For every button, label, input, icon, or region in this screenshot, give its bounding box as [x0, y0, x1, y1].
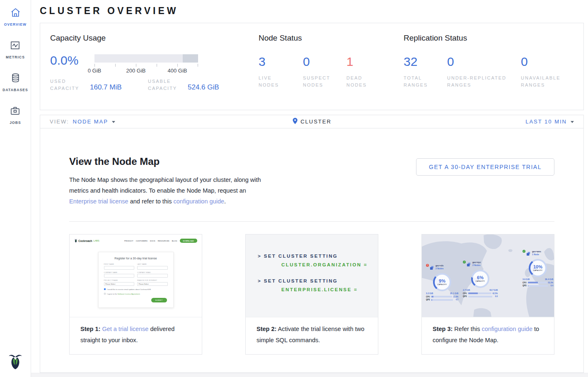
stat-suspect-nodes: 0 SUSPECT NODES [303, 56, 346, 89]
cluster-summary-card: Capacity Usage 0.0% 0 GiB [40, 23, 584, 110]
panel-heading: View the Node Map [69, 156, 262, 167]
home-icon [10, 7, 21, 20]
download-pill: DOWNLOAD [180, 239, 197, 243]
sidebar-item-databases[interactable]: DATABASES [2, 72, 28, 98]
sidebar-item-metrics[interactable]: METRICS [6, 40, 25, 65]
time-range-value: LAST 10 MIN [525, 118, 567, 125]
status-dot-healthy: ✓ [523, 250, 525, 253]
trial-register-form: Register for a 30-day trial license FIRS… [98, 252, 174, 308]
axis-label: 0 GiB [88, 68, 102, 74]
step3-card: ! geo=sfo 2 Nodes 9% CAPACITY [421, 234, 554, 355]
region-node-count: 2 Nodes [436, 267, 443, 270]
node-cubes-icon [526, 250, 531, 258]
metrics-icon [10, 40, 21, 53]
time-range-dropdown[interactable]: LAST 10 MIN [525, 118, 574, 125]
cpu-bar [468, 292, 491, 294]
view-selector-dropdown[interactable]: VIEW: NODE MAP [50, 118, 115, 125]
checkbox-checked [104, 288, 106, 290]
stat-value: 0 [521, 56, 574, 68]
region-name: geo=sfo [436, 264, 443, 267]
code-line: > SET CLUSTER SETTING [258, 254, 378, 259]
get-trial-license-link[interactable]: Get a trial license [102, 326, 148, 332]
section-title: Capacity Usage [50, 34, 259, 43]
sidebar-item-jobs[interactable]: JOBS [10, 105, 21, 131]
stat-value: 1 [346, 56, 382, 68]
site-nav: PRODUCTCUSTOMERSDOCSRESOURCESBLOG DOWNLO… [124, 239, 197, 243]
configuration-guide-link[interactable]: configuration guide [173, 198, 224, 205]
sidebar-item-label: DATABASES [2, 88, 28, 92]
map-region-ams: ✓ geo=ams 1 Node 10% CAPACITY [523, 250, 553, 287]
capacity-percent: 0.0% [50, 54, 94, 67]
panel-description: The Node Map shows the geographical layo… [69, 174, 262, 207]
capacity-gauge: 9% CAPACITY [433, 273, 451, 291]
submit-pill: SUBMIT [151, 298, 167, 302]
stat-live-nodes: 3 LIVE NODES [259, 56, 303, 89]
map-region-nyc: ✓ geo=nyc 2 Nodes 6% CAPACITY [463, 261, 498, 297]
sidebar-item-label: JOBS [10, 121, 21, 125]
stat-value: 3 [259, 56, 303, 68]
step1-caption: Step 1: Get a trial license delivered st… [70, 317, 202, 354]
capacity-axis-ticks [94, 64, 198, 67]
stat-value: 0 [303, 56, 346, 68]
view-label: VIEW: [50, 118, 69, 125]
step-label: Step 1: [80, 326, 100, 332]
description-text: and refer to this [128, 198, 174, 205]
step-label: Step 2: [256, 326, 276, 332]
configuration-guide-link[interactable]: configuration guide [482, 326, 532, 332]
page-title: CLUSTER OVERVIEW [40, 5, 588, 17]
view-bar: VIEW: NODE MAP CLUSTER LAST 10 MIN [40, 115, 584, 128]
capacity-bar-track [94, 54, 198, 63]
cpu-bar [528, 282, 547, 283]
sidebar-item-overview[interactable]: OVERVIEW [4, 7, 27, 33]
form-title: Register for a 30-day trial license [104, 257, 168, 260]
usable-capacity-label: USABLE CAPACITY [148, 78, 188, 92]
code-line: > SET CLUSTER SETTING [258, 278, 378, 283]
main-content: CLUSTER OVERVIEW Capacity Usage 0.0% [31, 0, 588, 377]
sidebar-item-label: METRICS [6, 55, 25, 59]
status-dot-dead: ! [426, 264, 429, 267]
location-pin-icon [292, 118, 298, 126]
footer-strip [31, 373, 588, 377]
description-text: The Node Map shows the geographical layo… [69, 176, 261, 194]
stat-dead-nodes: 1 DEAD NODES [346, 56, 382, 89]
axis-label: 400 GiB [168, 68, 187, 74]
section-divider [69, 221, 554, 222]
qps-bar [431, 299, 453, 301]
code-line: ENTERPRISE.LICENSE = [281, 287, 378, 292]
capacity-gauge: 10% CAPACITY [529, 259, 547, 277]
stat-label: UNAVAILABLE RANGES [521, 75, 574, 89]
enterprise-trial-license-link[interactable]: Enterprise trial license [69, 198, 128, 205]
capacity-bar: 0 GiB 200 GiB 400 GiB [94, 54, 198, 74]
checkbox-unchecked [104, 293, 106, 295]
stat-label: DEAD NODES [346, 75, 382, 89]
capacity-bar-reserved-segment [183, 54, 198, 63]
node-status-section: Node Status 3 LIVE NODES 0 SUSPECT NODES… [259, 23, 404, 110]
view-selected-value: NODE MAP [73, 118, 108, 125]
stat-label: SUSPECT NODES [303, 75, 339, 89]
sidebar: OVERVIEW METRICS DATABASES [0, 0, 31, 377]
node-map-panel: View the Node Map The Node Map shows the… [40, 128, 584, 373]
admin-ui-root: OVERVIEW METRICS DATABASES [0, 0, 588, 377]
get-enterprise-trial-button[interactable]: GET A 30-DAY ENTERPRISE TRIAL [416, 158, 554, 176]
region-node-count: 1 Node [532, 253, 541, 256]
qps-bar [528, 285, 548, 287]
database-icon [10, 72, 21, 85]
stat-under-replicated-ranges: 0 UNDER-REPLICATED RANGES [447, 56, 521, 89]
step-label: Step 3: [433, 326, 452, 332]
sidebar-item-label: OVERVIEW [4, 22, 27, 27]
qps-bar [468, 296, 492, 297]
node-cubes-icon [467, 261, 471, 268]
section-title: Node Status [259, 34, 404, 43]
caption-text: Refer this [452, 326, 482, 332]
cpu-bar [431, 296, 452, 297]
section-title: Replication Status [404, 34, 583, 43]
used-capacity-label: USED CAPACITY [50, 78, 90, 92]
step1-card: CockroachLABS PRODUCTCUSTOMERSDOCSRESOUR… [69, 234, 202, 355]
axis-label: 200 GiB [126, 68, 146, 74]
stat-total-ranges: 32 TOTAL RANGES [404, 56, 447, 89]
step1-screenshot: CockroachLABS PRODUCTCUSTOMERSDOCSRESOUR… [70, 234, 202, 317]
chevron-down-icon [112, 121, 115, 123]
region-name: geo=ams [532, 250, 541, 253]
code-line: CLUSTER.ORGANIZATION = [281, 262, 378, 267]
node-map-preview: ! geo=sfo 2 Nodes 9% CAPACITY [422, 234, 554, 317]
